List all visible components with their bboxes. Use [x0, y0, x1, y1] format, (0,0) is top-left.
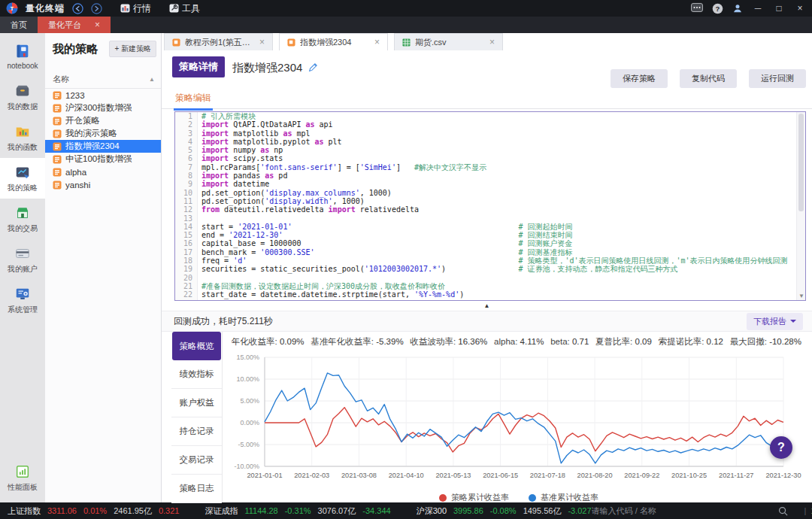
index-group[interactable]: 沪深3003995.86-0.08%1495.56亿-3.027 — [417, 505, 592, 517]
strategy-list-item[interactable]: 指数增强2304 — [45, 140, 161, 153]
backtest-tab[interactable]: 账户权益 — [171, 389, 222, 417]
user-icon[interactable] — [732, 3, 743, 14]
doc-tab-label: 期货.csv — [415, 37, 485, 48]
metric-value: 0.12 — [707, 337, 723, 346]
metric-value: 16.36% — [458, 337, 487, 346]
doc-tab-strategy[interactable]: 指数增强2304 × — [279, 33, 388, 50]
copy-code-button[interactable]: 复制代码 — [680, 69, 737, 88]
line-number: 20 — [175, 274, 198, 282]
search-icon[interactable] — [778, 506, 788, 516]
minimize-button[interactable]: ─ — [752, 3, 764, 14]
line-number: 12 — [175, 205, 198, 214]
metric-item: 年化收益率: 0.09% — [232, 336, 304, 348]
editor-scrollbar[interactable]: ▼ — [796, 112, 805, 300]
code-line: import QtAPI.QtDataAPI as api — [198, 120, 333, 129]
help-icon[interactable]: ? — [712, 3, 723, 14]
backtest-tab[interactable]: 持仓记录 — [171, 417, 222, 446]
metric-item: alpha: 4.11% — [494, 337, 544, 346]
help-fab-button[interactable]: ? — [770, 436, 792, 459]
back-icon[interactable] — [72, 3, 83, 14]
strategy-list-item[interactable]: 中证100指数增强 — [45, 153, 161, 165]
doc-tab-futures-csv[interactable]: 期货.csv × — [394, 33, 503, 50]
scroll-down-icon[interactable]: ▼ — [797, 293, 806, 299]
strategy-card-icon — [14, 164, 31, 181]
doc-tab-tutorial[interactable]: 教程示例1(第五、六章).nb × — [164, 33, 273, 50]
index-change-pct: -0.31% — [285, 506, 311, 515]
index-price: 3311.06 — [47, 506, 77, 515]
doc-tab-close-icon[interactable]: × — [259, 37, 265, 47]
sidebar-item-my-strategies[interactable]: 我的策略 — [0, 158, 45, 199]
scrollbar-thumb[interactable] — [798, 114, 804, 211]
legend-item[interactable]: 策略累计收益率 — [439, 492, 509, 503]
sidebar-item-my-functions[interactable]: 我的函数 — [0, 117, 45, 158]
tab-quant-platform[interactable]: 量化平台 × — [38, 17, 111, 33]
svg-text:2021-09-22: 2021-09-22 — [624, 472, 659, 479]
sidebar-item-performance-panel[interactable]: 性能面板 — [0, 457, 45, 498]
new-strategy-button[interactable]: + 新建策略 — [109, 41, 156, 57]
code-editor[interactable]: 1# 引入所需模块2import QtAPI.QtDataAPI as api3… — [174, 111, 806, 301]
code-line: freq = 'd' # 策略类型，'d'表示日间策略使用日线回测，'m'表示日… — [198, 256, 788, 265]
tab-close-icon[interactable]: × — [95, 20, 100, 29]
sidebar-item-my-account[interactable]: 我的账户 — [0, 239, 45, 280]
legend-label: 策略累计收益率 — [451, 492, 509, 503]
download-report-button[interactable]: 下载报告 — [747, 313, 803, 330]
menu-market[interactable]: 行情 — [120, 2, 151, 15]
strategy-list-header[interactable]: 名称 ▲ — [45, 63, 161, 89]
code-line: import datetime — [198, 180, 269, 188]
tools-icon — [169, 4, 179, 13]
edit-pencil-icon[interactable] — [308, 62, 318, 72]
feedback-icon[interactable] — [691, 3, 703, 14]
doc-tab-close-icon[interactable]: × — [374, 37, 380, 47]
close-button[interactable]: × — [794, 3, 806, 14]
tab-strategy-edit[interactable]: 策略编辑 — [174, 90, 213, 111]
notebook-file-icon — [172, 38, 180, 47]
code-line: end = '2021-12-30' # 回测结束时间 — [198, 231, 573, 239]
line-number: 16 — [175, 239, 198, 247]
strategy-list-item[interactable]: 我的演示策略 — [45, 127, 161, 140]
strategy-list-item[interactable]: 1233 — [45, 89, 161, 102]
search-input[interactable] — [592, 506, 772, 515]
strategy-list-item[interactable]: 开仓策略 — [45, 114, 161, 127]
strategy-file-icon — [53, 168, 62, 177]
strategy-file-icon — [53, 181, 62, 190]
backtest-tab[interactable]: 交易记录 — [171, 446, 222, 475]
backtest-panel: 策略概览绩效指标账户权益持仓记录交易记录策略日志 年化收益率: 0.09%基准年… — [162, 332, 812, 502]
backtest-tab[interactable]: 策略日志 — [171, 475, 222, 503]
series-策略累计收益率 — [265, 408, 783, 452]
sidebar-item-system-admin[interactable]: 系统管理 — [0, 280, 45, 320]
tab-home[interactable]: 首页 — [0, 17, 38, 33]
backtest-tab[interactable]: 策略概览 — [172, 332, 221, 360]
maximize-button[interactable]: □ — [773, 3, 785, 14]
collapse-editor-handle[interactable]: ▲ — [162, 301, 812, 311]
sidebar-item-my-trades[interactable]: 我的交易 — [0, 199, 45, 239]
editor-subtabs: 策略编辑 — [162, 90, 812, 109]
strategy-item-label: 1233 — [65, 91, 85, 100]
index-volume: 2461.95亿 — [114, 505, 152, 517]
legend-item[interactable]: 基准累计收益率 — [529, 492, 598, 503]
forward-icon[interactable] — [91, 3, 102, 14]
index-group[interactable]: 上证指数3311.060.01%2461.95亿0.321 — [8, 505, 179, 517]
strategy-panel: 我的策略 + 新建策略 名称 ▲ 1233沪深300指数增强开仓策略我的演示策略… — [45, 33, 162, 502]
column-name-label: 名称 — [53, 74, 69, 85]
strategy-list-item[interactable]: alpha — [45, 165, 161, 178]
run-backtest-button[interactable]: 运行回测 — [749, 69, 806, 88]
svg-text:5.00%: 5.00% — [240, 397, 259, 405]
svg-text:0.00%: 0.00% — [240, 419, 259, 426]
doc-tab-label: 指数增强2304 — [300, 37, 370, 48]
code-content[interactable]: 1# 引入所需模块2import QtAPI.QtDataAPI as api3… — [175, 112, 805, 300]
sidebar-item-notebook[interactable]: notebook — [0, 36, 45, 77]
svg-text:10.00%: 10.00% — [236, 375, 259, 383]
menu-market-label: 行情 — [133, 2, 151, 15]
metric-item: 索提诺比率: 0.12 — [659, 336, 723, 348]
notebook-icon — [14, 43, 31, 59]
save-strategy-button[interactable]: 保存策略 — [611, 69, 668, 88]
doc-tab-close-icon[interactable]: × — [489, 37, 495, 47]
menu-tools[interactable]: 工具 — [169, 2, 200, 15]
sort-ascending-icon[interactable]: ▲ — [149, 76, 155, 83]
backtest-tab[interactable]: 绩效指标 — [171, 360, 222, 389]
strategy-list-item[interactable]: yanshi — [45, 178, 161, 191]
strategy-list-item[interactable]: 沪深300指数增强 — [45, 102, 161, 114]
sidebar-item-my-data[interactable]: 我的数据 — [0, 77, 45, 117]
code-line: bench_mark = '000300.SSE' # 回测基准指标 — [198, 248, 573, 256]
index-group[interactable]: 深证成指11144.28-0.31%3076.07亿-34.344 — [205, 505, 390, 517]
